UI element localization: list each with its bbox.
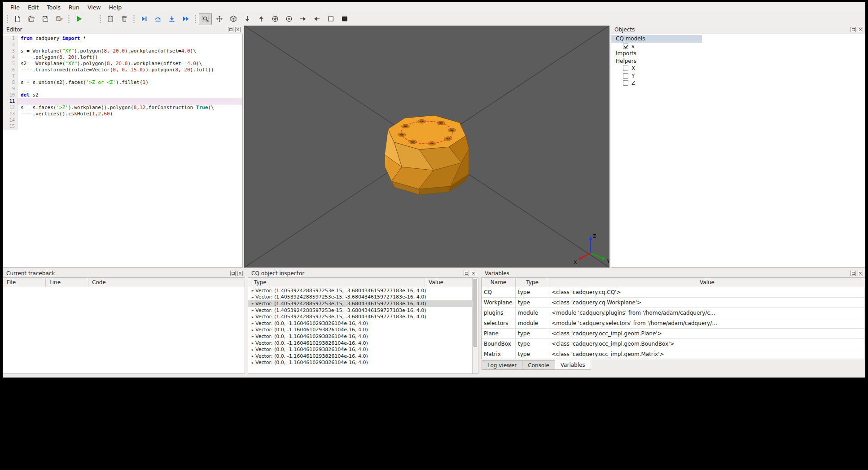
line-number[interactable]: 6 bbox=[3, 67, 18, 73]
line-number[interactable]: 14 bbox=[3, 117, 18, 123]
line-number[interactable]: 2 bbox=[3, 42, 18, 48]
variables-cell[interactable]: <class 'cadquery.cq.Workplane'> bbox=[549, 298, 865, 308]
close-dock-icon[interactable] bbox=[858, 27, 863, 32]
open-file-button[interactable] bbox=[25, 13, 38, 25]
inspector-row[interactable]: ▸Vector: (0.0, -1.1604610293826104e-16, … bbox=[248, 340, 472, 347]
variables-cell[interactable]: BoundBox bbox=[482, 339, 516, 349]
variables-cell[interactable]: <class 'cadquery.occ_impl.geom.BoundBox'… bbox=[549, 339, 865, 349]
editor-line[interactable]: 13····.vertices().cskHole(1,2,60) bbox=[3, 111, 242, 117]
line-number[interactable]: 15 bbox=[3, 123, 18, 130]
variables-cell[interactable]: type bbox=[516, 339, 549, 349]
step-over-button[interactable] bbox=[151, 13, 164, 25]
tree-item-helpers[interactable]: Helpers bbox=[611, 57, 865, 65]
float-dock-icon[interactable] bbox=[230, 271, 236, 276]
continue-button[interactable] bbox=[179, 13, 192, 25]
view-center-button[interactable] bbox=[282, 13, 295, 25]
variables-col-name[interactable]: Name bbox=[482, 278, 516, 287]
save-file-button[interactable] bbox=[39, 13, 52, 25]
expander-icon[interactable]: ▸ bbox=[250, 347, 255, 352]
variables-cell[interactable]: <module 'cadquery.selectors' from '/home… bbox=[549, 318, 865, 329]
view-right-button[interactable] bbox=[296, 13, 309, 25]
editor-line[interactable]: 2 bbox=[3, 42, 242, 48]
inspector-row[interactable]: ▸Vector: (1.4053924288597253e-15, -3.680… bbox=[248, 307, 472, 314]
line-number[interactable]: 11 bbox=[3, 98, 18, 105]
expander-icon[interactable]: ▸ bbox=[250, 301, 255, 306]
line-number[interactable]: 13 bbox=[3, 111, 18, 117]
checkbox-z[interactable] bbox=[623, 80, 628, 86]
menu-help[interactable]: Help bbox=[105, 3, 126, 12]
variables-cell[interactable]: <module 'cadquery.plugins' from '/home/a… bbox=[549, 308, 865, 318]
float-dock-icon[interactable] bbox=[228, 27, 233, 32]
step-into-button[interactable] bbox=[165, 13, 178, 25]
inspector-row[interactable]: ▸Vector: (1.4053924288597253e-15, -3.680… bbox=[248, 294, 472, 301]
traceback-col-file[interactable]: File bbox=[3, 278, 46, 287]
line-number[interactable]: 8 bbox=[3, 79, 18, 86]
variables-cell[interactable]: type bbox=[516, 349, 549, 359]
expander-icon[interactable]: ▸ bbox=[250, 288, 255, 293]
variables-cell[interactable]: <class 'cadquery.occ_impl.geom.Matrix'> bbox=[549, 349, 865, 359]
variables-cell[interactable]: Plane bbox=[482, 329, 516, 339]
inspector-row[interactable]: ▸Vector: (0.0, -1.1604610293826104e-16, … bbox=[248, 353, 472, 360]
editor-line[interactable]: 9 bbox=[3, 86, 242, 92]
expander-icon[interactable]: ▸ bbox=[250, 334, 255, 338]
checkbox-s[interactable] bbox=[623, 44, 628, 49]
variables-cell[interactable]: <class 'cadquery.cq.CQ'> bbox=[549, 287, 865, 298]
variables-cell[interactable]: <class 'cadquery.occ_impl.geom.Plane'> bbox=[549, 329, 865, 339]
editor-line[interactable]: 8s = s.union(s2).faces('>Z or <Z').fille… bbox=[3, 79, 242, 86]
variables-cell[interactable]: module bbox=[516, 318, 549, 329]
line-number[interactable]: 10 bbox=[3, 92, 18, 98]
editor-line[interactable]: 1from cadquery import * bbox=[3, 35, 242, 42]
variables-cell[interactable]: type bbox=[516, 329, 549, 339]
menu-run[interactable]: Run bbox=[65, 3, 83, 12]
tab-console[interactable]: Console bbox=[522, 360, 555, 370]
menu-file[interactable]: File bbox=[6, 3, 24, 12]
close-dock-icon[interactable] bbox=[858, 271, 863, 276]
traceback-col-line[interactable]: Line bbox=[46, 278, 88, 287]
variables-col-type[interactable]: Type bbox=[516, 278, 549, 287]
inspector-row[interactable]: ▸Vector: (1.4053924288597253e-15, -3.680… bbox=[248, 287, 472, 294]
editor-line[interactable]: 10del s2 bbox=[3, 92, 242, 98]
variables-cell[interactable]: type bbox=[516, 287, 549, 298]
view-shaded-button[interactable] bbox=[338, 13, 351, 25]
tree-item-x[interactable]: X bbox=[611, 65, 865, 72]
view-down-button[interactable] bbox=[241, 13, 254, 25]
debug-button[interactable] bbox=[137, 13, 150, 25]
inspector-row[interactable]: ▸Vector: (0.0, -1.1604610293826104e-16, … bbox=[248, 320, 472, 327]
line-number[interactable]: 9 bbox=[3, 86, 18, 92]
expander-icon[interactable]: ▸ bbox=[250, 328, 255, 332]
fit-all-button[interactable] bbox=[213, 13, 226, 25]
tab-variables[interactable]: Variables bbox=[555, 360, 591, 370]
view-left-button[interactable] bbox=[310, 13, 323, 25]
expander-icon[interactable]: ▸ bbox=[250, 315, 255, 319]
fit-zoom-button[interactable] bbox=[199, 13, 212, 25]
view-wireframe-button[interactable] bbox=[324, 13, 337, 25]
variables-cell[interactable]: type bbox=[516, 298, 549, 308]
variables-cell[interactable]: Matrix bbox=[482, 349, 516, 359]
editor-line[interactable]: 7 bbox=[3, 73, 242, 79]
inspector-row[interactable]: ▸Vector: (0.0, -1.1604610293826104e-16, … bbox=[248, 346, 472, 353]
tree-item-imports[interactable]: Imports bbox=[611, 50, 865, 57]
paste-button[interactable] bbox=[104, 13, 117, 25]
close-dock-icon[interactable] bbox=[235, 27, 241, 32]
editor-line[interactable]: 6····.transformed(rotate=Vector(0, 0, 15… bbox=[3, 67, 242, 73]
inspector-row[interactable]: ▸Vector: (0.0, -1.1604610293826104e-16, … bbox=[248, 327, 472, 334]
menu-tools[interactable]: Tools bbox=[43, 3, 65, 12]
expander-icon[interactable]: ▸ bbox=[250, 295, 255, 299]
traceback-col-code[interactable]: Code bbox=[88, 278, 245, 287]
line-number[interactable]: 3 bbox=[3, 48, 18, 54]
checkbox-y[interactable] bbox=[623, 73, 628, 79]
tree-item-s[interactable]: s bbox=[611, 43, 865, 50]
editor-line[interactable]: 12s = s.faces('>Z').workplane().polygon(… bbox=[3, 105, 242, 111]
float-dock-icon[interactable] bbox=[850, 271, 856, 276]
tree-item-cq-models[interactable]: CQ models bbox=[611, 35, 702, 43]
checkbox-x[interactable] bbox=[623, 66, 628, 71]
expander-icon[interactable]: ▸ bbox=[250, 360, 255, 365]
line-number[interactable]: 1 bbox=[3, 35, 18, 42]
expander-icon[interactable]: ▸ bbox=[250, 308, 255, 312]
editor-body[interactable]: 1from cadquery import *23s = Workplane("… bbox=[3, 34, 243, 268]
expander-icon[interactable]: ▸ bbox=[250, 341, 255, 345]
save-as-file-button[interactable] bbox=[53, 13, 66, 25]
inspector-col-value[interactable]: Value bbox=[425, 278, 478, 287]
expander-icon[interactable]: ▸ bbox=[250, 321, 255, 325]
delete-button[interactable] bbox=[118, 13, 131, 25]
